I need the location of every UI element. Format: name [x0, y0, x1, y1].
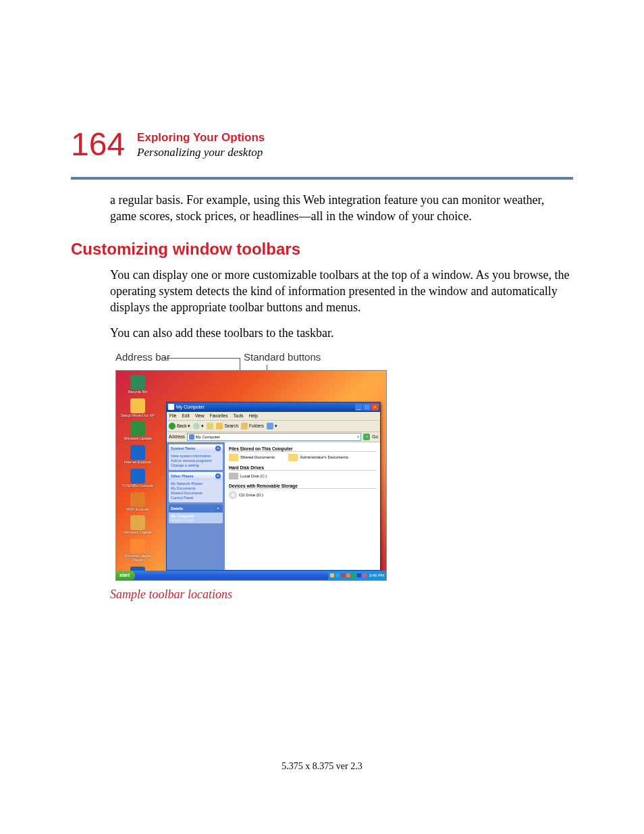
folder-label: Shared Documents: [240, 455, 275, 459]
collapse-icon[interactable]: ^: [215, 446, 221, 451]
group-title-files: Files Stored on This Computer: [229, 446, 376, 452]
address-input[interactable]: My Computer ▾: [187, 433, 361, 441]
desktop-icons-column: Recycle BinSetup Wizard for XPWindows Up…: [120, 375, 161, 581]
views-icon: [267, 423, 273, 429]
drive-item[interactable]: Local Disk (C:): [229, 473, 267, 479]
collapse-icon[interactable]: ^: [215, 473, 221, 479]
app-icon: [130, 492, 145, 507]
menu-item[interactable]: Tools: [233, 413, 243, 418]
desktop-icon[interactable]: Setup Wizard for XP: [120, 398, 155, 418]
back-label: Back: [177, 423, 186, 428]
search-label: Search: [224, 423, 238, 428]
task-link[interactable]: Change a setting: [171, 463, 221, 467]
callout-standard-buttons: Standard buttons: [244, 351, 321, 363]
dropdown-icon: ▾: [275, 423, 277, 429]
chapter-title: Exploring Your Options: [137, 131, 265, 145]
tray-icon[interactable]: [336, 573, 340, 577]
dropdown-icon: ▾: [201, 423, 204, 429]
collapse-icon[interactable]: ^: [215, 506, 221, 511]
go-button[interactable]: →: [363, 434, 370, 440]
group-title-removable: Devices with Removable Storage: [229, 484, 376, 489]
folder-label: Administrator's Documents: [300, 455, 348, 459]
tray-icon[interactable]: [357, 573, 361, 577]
standard-toolbar: Back ▾ ▾ Search: [167, 421, 380, 432]
header-rule: [71, 177, 573, 180]
desktop-icon[interactable]: Windows Digitale: [120, 515, 155, 535]
address-value: My Computer: [196, 435, 220, 439]
place-link[interactable]: Control Panel: [171, 496, 221, 500]
icon-label: Internet Explorer: [120, 461, 155, 465]
computer-icon: [189, 434, 194, 440]
desktop-icon[interactable]: MSN Explorer: [120, 492, 155, 512]
desktop-icon[interactable]: Windows Media Player: [120, 539, 155, 563]
address-bar: Address My Computer ▾ → Go: [167, 432, 380, 442]
tray-icon[interactable]: [352, 573, 356, 577]
folders-label: Folders: [249, 423, 264, 428]
tray-icon[interactable]: [363, 573, 367, 577]
task-link[interactable]: Add or remove programs: [171, 459, 221, 463]
menu-item[interactable]: Edit: [182, 413, 189, 418]
up-button[interactable]: [207, 423, 213, 429]
other-places-panel: Other Places ^ My Network PlacesMy Docum…: [169, 472, 223, 502]
icon-label: Setup Wizard for XP: [120, 414, 155, 418]
system-tasks-title: System Tasks: [171, 446, 195, 450]
place-link[interactable]: My Network Places: [171, 481, 221, 486]
app-icon: [130, 375, 145, 390]
figure-caption: Sample toolbar locations: [110, 588, 573, 602]
callout-line: [164, 358, 240, 359]
search-button[interactable]: Search: [216, 423, 238, 429]
section-heading: Customizing window toolbars: [71, 240, 573, 259]
minimize-button[interactable]: _: [355, 404, 363, 411]
icon-label: TOSHIBA Console: [120, 484, 155, 488]
dropdown-icon[interactable]: ▾: [357, 434, 359, 439]
taskbar: start 3:45 PM: [116, 571, 386, 580]
place-link[interactable]: Shared Documents: [171, 491, 221, 495]
maximize-button[interactable]: □: [363, 404, 371, 411]
task-link[interactable]: View system information: [171, 454, 221, 458]
tasks-side-panel: System Tasks ^ View system informationAd…: [167, 442, 225, 570]
desktop-icon[interactable]: TOSHIBA Console: [120, 469, 155, 488]
intro-paragraph: a regular basis. For example, using this…: [110, 192, 573, 225]
menu-item[interactable]: Help: [249, 413, 258, 418]
page-header: 164 Exploring Your Options Personalizing…: [71, 128, 573, 161]
body-paragraph-1: You can display one or more customizable…: [110, 267, 573, 316]
window-titlebar[interactable]: My Computer _ □ ×: [167, 402, 380, 412]
menu-item[interactable]: Favorites: [210, 413, 228, 418]
desktop-icon[interactable]: Internet Explorer: [120, 445, 155, 465]
menu-bar: FileEditViewFavoritesToolsHelp: [167, 412, 380, 421]
views-button[interactable]: ▾: [267, 423, 277, 429]
system-tray: 3:45 PM: [328, 571, 386, 580]
menu-item[interactable]: View: [195, 413, 205, 418]
other-places-title: Other Places: [171, 474, 194, 478]
address-label: Address: [169, 434, 185, 439]
forward-button[interactable]: ▾: [193, 423, 204, 429]
folder-item[interactable]: Shared Documents: [229, 454, 275, 461]
tray-icon[interactable]: [341, 573, 345, 577]
section-name: Personalizing your desktop: [137, 146, 265, 159]
explorer-window: My Computer _ □ × FileEditViewFavoritesT…: [166, 402, 381, 571]
folders-button[interactable]: Folders: [241, 423, 264, 429]
back-button[interactable]: Back ▾: [169, 423, 190, 429]
folder-icon: [229, 454, 238, 461]
details-type: System Folder: [171, 518, 221, 522]
desktop-icon[interactable]: Recycle Bin: [120, 375, 155, 394]
group-title-drives: Hard Disk Drives: [229, 465, 376, 471]
close-button[interactable]: ×: [371, 404, 379, 411]
search-icon: [216, 423, 223, 429]
details-title: Details: [171, 506, 183, 511]
window-icon: [168, 404, 174, 410]
tray-icon[interactable]: [330, 573, 334, 577]
content-pane: Files Stored on This Computer Shared Doc…: [225, 442, 380, 570]
drive-icon: [229, 473, 238, 479]
details-panel: Details ^ My Computer System Folder: [169, 504, 223, 523]
desktop-icon[interactable]: Windows Update: [120, 421, 155, 441]
page-footer: 5.375 x 8.375 ver 2.3: [0, 761, 644, 772]
place-link[interactable]: My Documents: [171, 486, 221, 490]
tray-icon[interactable]: [346, 573, 350, 577]
menu-item[interactable]: File: [169, 413, 176, 418]
folder-item[interactable]: Administrator's Documents: [288, 454, 348, 461]
back-icon: [169, 423, 176, 429]
cd-drive-item[interactable]: CD Drive (D:): [229, 491, 263, 499]
icon-label: Recycle Bin: [120, 390, 155, 394]
start-button[interactable]: start: [116, 571, 135, 580]
